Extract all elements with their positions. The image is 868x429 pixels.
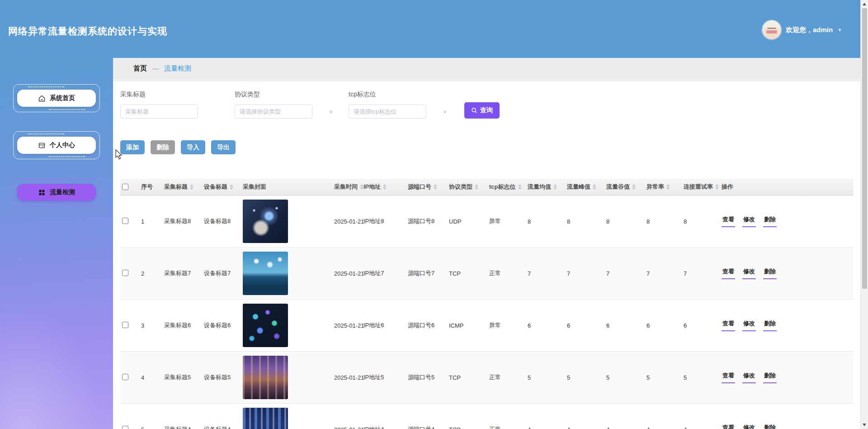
- sidebar-item-traffic-detect[interactable]: 流量检测: [17, 184, 96, 201]
- sort-caret-icon[interactable]: [360, 184, 363, 190]
- sidebar-item-home[interactable]: 系统首页: [17, 90, 96, 107]
- top-header: 网络异常流量检测系统的设计与实现 欢迎您，admin ▼: [0, 0, 860, 58]
- export-button[interactable]: 导出: [211, 140, 236, 154]
- edit-link[interactable]: 修改: [742, 319, 756, 331]
- sort-caret-icon[interactable]: [475, 184, 478, 190]
- sort-caret-icon[interactable]: [383, 184, 387, 190]
- cell-index: 3: [141, 322, 164, 329]
- cell-actions: 查看修改删除: [722, 372, 854, 383]
- column-header: 操作: [722, 183, 854, 191]
- column-header[interactable]: 异常率: [646, 183, 684, 191]
- sort-caret-icon[interactable]: [593, 184, 596, 190]
- view-link[interactable]: 查看: [722, 215, 735, 227]
- edit-link[interactable]: 修改: [742, 372, 756, 383]
- row-checkbox[interactable]: [122, 322, 128, 328]
- grid-icon: [38, 189, 46, 196]
- cell-avg: 6: [528, 322, 567, 329]
- cell-tcp_flag: 异常: [489, 217, 528, 225]
- sidebar-item-profile[interactable]: 个人中心: [17, 137, 96, 154]
- sort-caret-icon[interactable]: [553, 184, 557, 190]
- cell-device: 设备标题7: [204, 269, 243, 277]
- column-header[interactable]: 流量谷值: [606, 183, 646, 191]
- chevron-down-icon[interactable]: ∨: [329, 109, 333, 114]
- filter-label: tcp标志位: [349, 91, 426, 99]
- import-button[interactable]: 导入: [181, 140, 205, 154]
- cell-title: 采集标题4: [164, 425, 204, 429]
- edit-link[interactable]: 修改: [742, 267, 756, 279]
- filter-bar: 采集标题 协议类型 ∨ tcp标志位 ∨: [120, 91, 853, 119]
- cell-index: 1: [141, 218, 164, 225]
- sort-caret-icon[interactable]: [632, 184, 636, 190]
- user-menu[interactable]: 欢迎您，admin ▼: [762, 20, 842, 39]
- column-header[interactable]: 采集时间: [334, 183, 363, 191]
- delete-link[interactable]: 删除: [763, 319, 777, 331]
- cell-port: 源端口号5: [408, 373, 449, 381]
- row-checkbox[interactable]: [122, 270, 128, 276]
- sort-caret-icon[interactable]: [666, 184, 670, 190]
- cell-avg: 7: [528, 270, 567, 277]
- cell-avg: 8: [528, 218, 567, 225]
- filter-title: 采集标题: [120, 91, 198, 119]
- row-checkbox[interactable]: [122, 426, 128, 429]
- column-header[interactable]: 流量均值: [528, 183, 567, 191]
- column-header[interactable]: IP地址: [363, 183, 408, 191]
- edit-link[interactable]: 修改: [742, 424, 756, 429]
- chevron-down-icon[interactable]: ∨: [443, 109, 447, 114]
- cell-retry: 6: [684, 322, 722, 329]
- column-header[interactable]: 流量峰值: [567, 183, 606, 191]
- cell-tcp_flag: 正常: [489, 269, 528, 277]
- view-link[interactable]: 查看: [722, 372, 735, 383]
- scroll-down-arrow-icon[interactable]: [863, 424, 866, 426]
- cell-actions: 查看修改删除: [722, 319, 854, 331]
- column-header[interactable]: tcp标志位: [489, 183, 528, 191]
- cell-retry: 7: [684, 270, 722, 277]
- column-header[interactable]: 连接重试率: [684, 183, 722, 191]
- sort-caret-icon[interactable]: [230, 184, 233, 190]
- chevron-down-icon[interactable]: ▼: [837, 27, 842, 33]
- table-row: 4采集标题5设备标题52025-01-21IP地址5源端口号5TCP正常5555…: [120, 352, 854, 404]
- column-header[interactable]: 协议类型: [449, 183, 489, 191]
- view-link[interactable]: 查看: [722, 319, 735, 331]
- add-button[interactable]: 添加: [120, 140, 145, 154]
- select-all-checkbox[interactable]: [122, 184, 128, 190]
- sort-caret-icon[interactable]: [715, 184, 719, 190]
- delete-link[interactable]: 删除: [763, 215, 777, 227]
- sort-caret-icon[interactable]: [518, 184, 522, 190]
- protocol-select[interactable]: [235, 105, 312, 119]
- column-header: 序号: [141, 183, 164, 191]
- cell-peak: 8: [567, 218, 606, 225]
- title-input[interactable]: [120, 105, 198, 119]
- column-header[interactable]: 设备标题: [204, 183, 243, 191]
- cell-date: 2025-01-21: [334, 426, 363, 429]
- cell-anomaly: 4: [646, 426, 684, 429]
- delete-button[interactable]: 删除: [151, 140, 175, 154]
- avatar[interactable]: [762, 20, 781, 39]
- view-link[interactable]: 查看: [722, 424, 735, 429]
- cell-tcp_flag: 正常: [489, 373, 528, 381]
- cell-peak: 4: [567, 426, 606, 429]
- sort-caret-icon[interactable]: [190, 184, 193, 190]
- scrollbar-thumb[interactable]: [862, 8, 867, 289]
- edit-link[interactable]: 修改: [742, 215, 756, 227]
- row-checkbox[interactable]: [122, 374, 128, 380]
- scroll-up-arrow-icon[interactable]: [863, 3, 866, 5]
- column-header[interactable]: 源端口号: [408, 183, 449, 191]
- row-checkbox[interactable]: [122, 218, 128, 224]
- delete-link[interactable]: 删除: [763, 372, 777, 383]
- search-button[interactable]: 查询: [464, 102, 500, 119]
- cell-ip: IP地址5: [363, 373, 408, 381]
- column-header[interactable]: 采集标题: [164, 183, 204, 191]
- table-row: 3采集标题6设备标题62025-01-21IP地址6源端口号6ICMP异常666…: [120, 300, 854, 352]
- sort-caret-icon[interactable]: [434, 184, 437, 190]
- delete-link[interactable]: 删除: [763, 267, 777, 279]
- cell-date: 2025-01-21: [334, 322, 363, 329]
- breadcrumb-current[interactable]: 流量检测: [164, 64, 191, 73]
- cell-avg: 4: [528, 426, 567, 429]
- cell-tcp_flag: 正常: [489, 425, 528, 429]
- tcp-flag-select[interactable]: [349, 105, 426, 119]
- cover-image: [243, 408, 288, 429]
- scrollbar[interactable]: [860, 0, 868, 429]
- view-link[interactable]: 查看: [722, 267, 735, 279]
- sidebar-item-label: 个人中心: [50, 141, 75, 149]
- delete-link[interactable]: 删除: [763, 424, 777, 429]
